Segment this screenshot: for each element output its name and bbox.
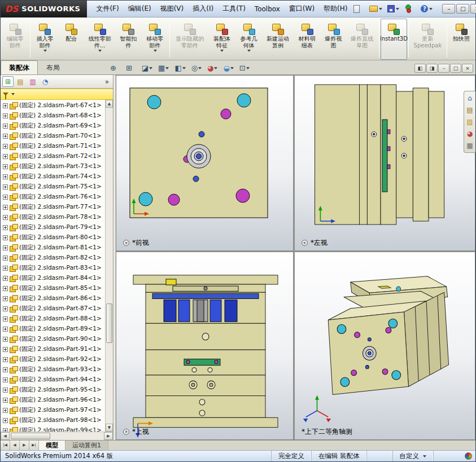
prev-tab-button[interactable]: ◀ — [10, 441, 20, 450]
tree-item[interactable]: (固定) 2.sldasm-Part-99<1> — [1, 425, 105, 432]
open-icon[interactable] — [368, 6, 384, 12]
scroll-up-button[interactable]: ▲ — [106, 100, 113, 108]
viewport-top[interactable]: *上视 — [116, 252, 293, 439]
maximize-button[interactable]: □ — [456, 4, 469, 14]
explode-line-sketch-button[interactable]: 爆炸直线草图 — [347, 19, 378, 60]
design-library-icon[interactable]: ▤ — [465, 105, 475, 115]
exploded-view-button[interactable]: 爆炸视图 — [321, 19, 347, 60]
view-settings-button[interactable]: ⊡ — [237, 63, 252, 73]
edit-appearance-button[interactable]: ◕ — [205, 63, 220, 73]
propertymanager-tab[interactable]: ▤ — [15, 76, 26, 87]
mate-button[interactable]: 配合 — [58, 19, 84, 60]
viewport-front[interactable]: *前视 — [116, 76, 293, 250]
tree-item[interactable]: (固定) 2.sldasm-Part-94<1> — [1, 375, 105, 385]
expand-plus-icon[interactable] — [3, 215, 8, 220]
tree-item[interactable]: (固定) 2.sldasm-Part-85<1> — [1, 283, 105, 293]
dropdown-arrow-icon[interactable] — [220, 50, 224, 52]
tree-item[interactable]: (固定) 2.sldasm-Part-98<1> — [1, 415, 105, 425]
custom-properties-icon[interactable]: ▦ — [465, 140, 475, 151]
expand-plus-icon[interactable] — [3, 154, 8, 159]
menu-item[interactable]: 帮助(H) — [319, 2, 352, 16]
tree-item[interactable]: (固定) 2.sldasm-Part-90<1> — [1, 334, 105, 344]
menu-item[interactable]: 编辑(E) — [124, 2, 156, 16]
dropdown-arrow-icon[interactable] — [98, 50, 102, 52]
viewport-left[interactable]: *左视 — [295, 76, 475, 250]
move-component-button[interactable]: 移动零部件 — [141, 19, 168, 60]
tree-item[interactable]: (固定) 2.sldasm-Part-87<1> — [1, 303, 105, 314]
expand-plus-icon[interactable] — [3, 225, 8, 230]
tree-item[interactable]: (固定) 2.sldasm-Part-93<1> — [1, 364, 105, 375]
expand-plus-icon[interactable] — [3, 337, 8, 342]
minimize-button[interactable]: – — [442, 4, 455, 14]
show-hidden-components-button[interactable]: 显示隐藏的零部件 — [171, 19, 208, 60]
tree-item[interactable]: (固定) 2.sldasm-Part-83<1> — [1, 263, 105, 273]
tree-item[interactable]: (固定) 2.sldasm-Part-96<1> — [1, 395, 105, 405]
tree-vertical-scrollbar[interactable]: ▲ ▼ — [105, 100, 113, 432]
expand-plus-icon[interactable] — [3, 195, 8, 200]
expand-plus-icon[interactable] — [3, 245, 8, 250]
zoom-area-button[interactable]: ⊞ — [124, 63, 138, 73]
tree-item[interactable]: (固定) 2.sldasm-Part-67<1> — [1, 100, 105, 111]
tree-item[interactable]: (固定) 2.sldasm-Part-75<1> — [1, 182, 105, 192]
tree-item[interactable]: (固定) 2.sldasm-Part-79<1> — [1, 222, 105, 232]
tree-horizontal-scrollbar[interactable]: ◀ ▶ — [1, 432, 113, 440]
expand-plus-icon[interactable] — [3, 134, 8, 139]
expand-plus-icon[interactable] — [3, 327, 8, 332]
section-view-button[interactable]: ◪ — [139, 63, 155, 73]
edit-component-button[interactable]: 编辑零部件 — [2, 19, 29, 60]
zoom-fit-button[interactable]: ⊕ — [108, 63, 123, 73]
new-motion-study-button[interactable]: 新建运动算例 — [262, 19, 294, 60]
menu-item[interactable]: 插入(I) — [188, 2, 218, 16]
pane-left-icon[interactable]: ◧ — [414, 64, 426, 73]
scroll-right-button[interactable]: ▶ — [104, 432, 113, 440]
dropdown-arrow-icon[interactable] — [429, 8, 433, 10]
tree-filter-bar[interactable] — [1, 89, 113, 100]
scrollbar-thumb[interactable] — [11, 433, 50, 439]
smart-fasteners-button[interactable]: 智能扣件 — [115, 19, 141, 60]
scroll-down-button[interactable]: ▼ — [106, 424, 113, 432]
tree-item[interactable]: (固定) 2.sldasm-Part-68<1> — [1, 111, 105, 121]
linear-component-pattern-button[interactable]: 线性零部件... — [84, 19, 115, 60]
apply-scene-button[interactable]: ◒ — [221, 63, 235, 73]
tab-layout[interactable]: 布局 — [38, 60, 68, 74]
tree-item[interactable]: (固定) 2.sldasm-Part-84<1> — [1, 273, 105, 283]
menu-item[interactable]: 文件(F) — [91, 2, 123, 16]
dropdown-arrow-icon[interactable] — [43, 50, 47, 52]
expand-plus-icon[interactable] — [3, 276, 8, 281]
custom-dropdown[interactable]: 自定义 — [392, 451, 434, 461]
expand-plus-icon[interactable] — [3, 367, 8, 372]
assembly-features-button[interactable]: 装配体特征 — [208, 19, 235, 60]
tree-item[interactable]: (固定) 2.sldasm-Part-95<1> — [1, 385, 105, 395]
instant3d-button[interactable]: Instant3D — [381, 19, 407, 60]
expand-plus-icon[interactable] — [3, 398, 8, 403]
tree-item[interactable]: (固定) 2.sldasm-Part-71<1> — [1, 141, 105, 151]
tree-item[interactable]: (固定) 2.sldasm-Part-81<1> — [1, 243, 105, 253]
expand-plus-icon[interactable] — [3, 174, 8, 179]
featuremanager-tree-tab[interactable]: ⊞ — [2, 76, 14, 87]
configurationmanager-tab[interactable]: ▥ — [27, 76, 38, 87]
bill-of-materials-button[interactable]: 材料明细表 — [294, 19, 321, 60]
expand-plus-icon[interactable] — [3, 408, 8, 413]
doc-restore-button[interactable]: □ — [450, 64, 461, 73]
tree-item[interactable]: (固定) 2.sldasm-Part-78<1> — [1, 212, 105, 222]
tree-item[interactable]: (固定) 2.sldasm-Part-74<1> — [1, 171, 105, 182]
menu-item[interactable]: 窗口(W) — [285, 2, 319, 16]
tree-item[interactable]: (固定) 2.sldasm-Part-91<1> — [1, 344, 105, 354]
dropdown-arrow-icon[interactable] — [396, 8, 399, 10]
rebuild-icon[interactable] — [403, 5, 417, 13]
expand-plus-icon[interactable] — [3, 357, 8, 362]
next-tab-button[interactable]: ▶ — [20, 441, 29, 450]
expand-plus-icon[interactable] — [3, 256, 8, 261]
last-tab-button[interactable]: ▶| — [29, 441, 39, 450]
dropdown-arrow-icon[interactable] — [154, 50, 157, 52]
expand-plus-icon[interactable] — [3, 144, 8, 149]
tree-item[interactable]: (固定) 2.sldasm-Part-82<1> — [1, 253, 105, 263]
appearances-scenes-icon[interactable]: ◕ — [465, 129, 475, 139]
tab-motion-study-1[interactable]: 运动算例1 — [65, 441, 108, 450]
scrollbar-thumb[interactable] — [106, 303, 112, 343]
expand-plus-icon[interactable] — [3, 113, 8, 118]
viewport-isometric[interactable]: *上下二等角轴测 — [295, 252, 475, 439]
help-icon[interactable] — [419, 5, 434, 12]
take-snapshot-button[interactable]: 拍快照 — [448, 19, 474, 60]
expand-plus-icon[interactable] — [3, 205, 8, 210]
